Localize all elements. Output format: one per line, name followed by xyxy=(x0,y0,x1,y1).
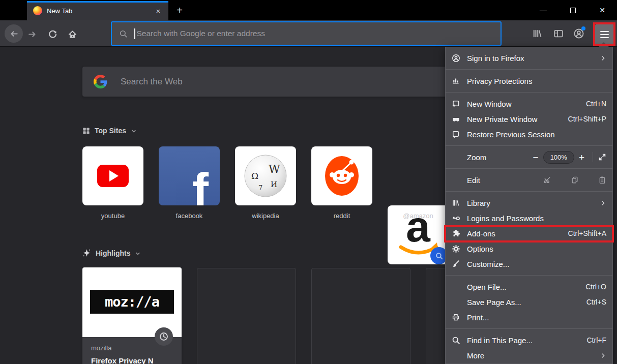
topsite-tile-reddit[interactable] xyxy=(311,146,372,205)
top-sites-title: Top Sites xyxy=(95,127,126,135)
menu-separator xyxy=(446,145,612,146)
search-icon xyxy=(119,29,128,38)
window-controls: — ✕ xyxy=(528,0,617,20)
chevron-right-icon xyxy=(599,352,606,359)
menu-item-edit: Edit xyxy=(446,172,612,188)
zoom-in-button[interactable]: + xyxy=(576,153,587,162)
privacy-report-icon xyxy=(451,77,461,85)
card-image: moz://a xyxy=(82,267,182,337)
printer-icon xyxy=(451,313,461,321)
svg-text:Ω: Ω xyxy=(251,171,258,181)
svg-text:7: 7 xyxy=(258,184,262,192)
firefox-favicon-icon xyxy=(33,6,42,15)
home-button[interactable] xyxy=(67,28,78,40)
account-icon xyxy=(451,54,461,63)
reload-icon xyxy=(48,29,57,39)
private-mask-icon xyxy=(451,115,461,124)
tab-title: New Tab xyxy=(47,7,153,15)
history-badge xyxy=(155,327,173,346)
menu-separator xyxy=(446,328,612,329)
highlights-header[interactable]: Highlights xyxy=(82,249,141,257)
grid-icon xyxy=(82,127,90,135)
menu-item-logins-passwords[interactable]: Logins and Passwords xyxy=(446,210,612,226)
top-sites-header[interactable]: Top Sites xyxy=(82,127,137,135)
text-caret xyxy=(134,28,135,39)
menu-item-customize[interactable]: Customize... xyxy=(446,256,612,271)
maximize-button[interactable] xyxy=(558,0,587,20)
wikipedia-logo-icon: W Ω И 7 xyxy=(235,146,296,205)
new-window-icon xyxy=(451,100,461,108)
menu-item-library[interactable]: Library xyxy=(446,195,612,210)
forward-button[interactable] xyxy=(26,28,38,40)
highlight-box-add-ons xyxy=(444,225,614,242)
maximize-icon xyxy=(570,8,576,13)
highlight-box-menu-button xyxy=(593,22,615,46)
gear-icon xyxy=(451,245,461,253)
divider xyxy=(593,152,593,162)
card-domain: mozilla xyxy=(91,344,173,352)
menu-item-open-file[interactable]: Open File... Ctrl+O xyxy=(446,279,612,294)
minimize-button[interactable]: — xyxy=(528,0,558,20)
menu-separator xyxy=(446,275,612,276)
menu-item-save-page-as[interactable]: Save Page As... Ctrl+S xyxy=(446,294,612,310)
app-menu: Sign in to Firefox Privacy Protections N… xyxy=(445,47,613,364)
menu-item-restore-session[interactable]: Restore Previous Session xyxy=(446,127,612,142)
topsite-label: @amazon xyxy=(388,212,449,220)
chevron-right-icon xyxy=(599,55,606,62)
forward-arrow-icon xyxy=(27,29,37,39)
library-icon xyxy=(532,28,542,39)
menu-item-print[interactable]: Print... xyxy=(446,310,612,325)
zoom-level[interactable]: 100% xyxy=(543,151,574,164)
cut-button[interactable] xyxy=(543,176,551,184)
topsite-label: reddit xyxy=(311,212,372,220)
menu-item-privacy-protections[interactable]: Privacy Protections xyxy=(446,73,612,88)
restore-session-icon xyxy=(451,130,461,138)
close-button[interactable]: ✕ xyxy=(587,0,617,20)
topsite-tile-facebook[interactable]: f xyxy=(159,146,220,205)
scissors-icon xyxy=(543,176,551,184)
sidebar-button[interactable] xyxy=(552,27,565,40)
menu-item-options[interactable]: Options xyxy=(446,241,612,256)
menu-item-more[interactable]: More xyxy=(446,348,612,363)
key-icon xyxy=(451,214,461,223)
card-title: Firefox Privacy N xyxy=(91,356,173,364)
sparkle-icon xyxy=(82,249,91,257)
zoom-out-button[interactable]: − xyxy=(530,153,542,162)
home-icon xyxy=(68,29,77,39)
web-search-placeholder: Search the Web xyxy=(121,77,183,87)
library-button[interactable] xyxy=(531,27,543,40)
back-arrow-icon xyxy=(9,29,19,39)
topsite-tile-youtube[interactable] xyxy=(82,146,143,205)
menu-separator xyxy=(446,168,612,169)
menu-separator xyxy=(446,92,612,93)
paintbrush-icon xyxy=(451,260,461,268)
title-bar: New Tab × + — ✕ xyxy=(0,0,617,20)
topsite-tile-wikipedia[interactable]: W Ω И 7 xyxy=(235,146,296,205)
chevron-right-icon xyxy=(599,200,606,206)
url-bar[interactable]: Search with Google or enter address xyxy=(111,21,502,46)
notification-dot xyxy=(581,26,585,31)
tab-close-icon[interactable]: × xyxy=(153,7,163,15)
chevron-down-icon xyxy=(131,128,137,134)
menu-item-zoom: Zoom − 100% + xyxy=(446,149,612,165)
highlights-title: Highlights xyxy=(96,249,130,257)
back-button[interactable] xyxy=(5,24,23,43)
menu-item-new-private-window[interactable]: New Private Window Ctrl+Shift+P xyxy=(446,111,612,127)
copy-button[interactable] xyxy=(571,176,579,184)
svg-text:W: W xyxy=(269,163,280,175)
youtube-logo-icon xyxy=(97,165,129,187)
paste-button[interactable] xyxy=(598,176,606,184)
tab-new-tab[interactable]: New Tab × xyxy=(27,1,168,20)
fullscreen-button[interactable] xyxy=(598,153,606,161)
svg-text:И: И xyxy=(271,180,277,189)
topsite-label: wikipedia xyxy=(235,212,296,220)
reload-button[interactable] xyxy=(47,28,58,40)
menu-item-new-window[interactable]: New Window Ctrl+N xyxy=(446,96,612,111)
facebook-logo-icon: f xyxy=(192,163,209,205)
highlight-card-mozilla[interactable]: moz://a mozilla Firefox Privacy N xyxy=(82,267,182,364)
menu-separator xyxy=(446,69,612,70)
menu-item-find-in-page[interactable]: Find in This Page... Ctrl+F xyxy=(446,332,612,348)
library-icon xyxy=(451,199,461,207)
menu-item-sign-in[interactable]: Sign in to Firefox xyxy=(446,50,612,66)
new-tab-button[interactable]: + xyxy=(173,4,186,17)
